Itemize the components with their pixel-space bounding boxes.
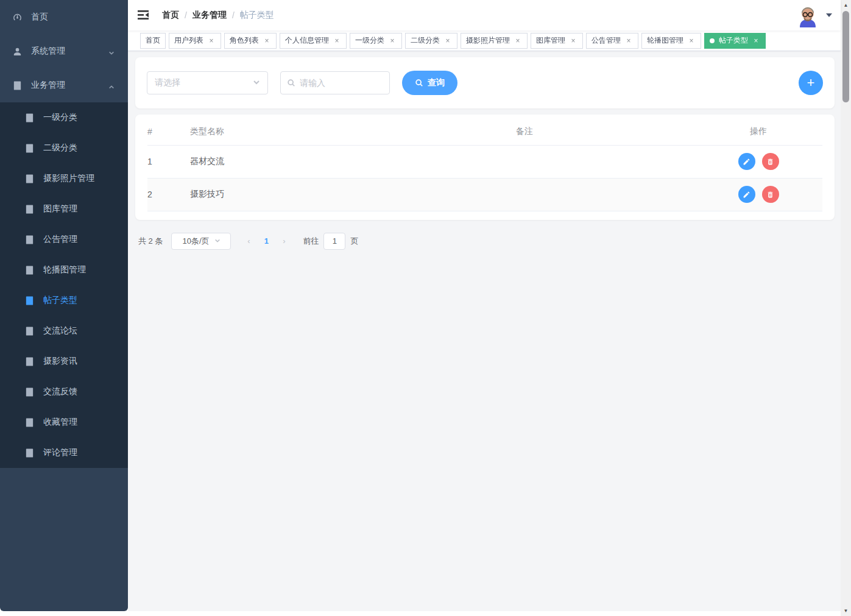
close-icon[interactable]	[207, 37, 216, 45]
sidebar-item-label: 首页	[31, 12, 48, 23]
tab-label: 一级分类	[355, 35, 384, 46]
close-icon[interactable]	[388, 37, 397, 45]
sidebar-item-level2-category[interactable]: 二级分类	[0, 133, 128, 163]
pencil-icon	[743, 158, 750, 166]
scroll-down-icon[interactable]: ▼	[841, 606, 851, 616]
sidebar-item-announcement-management[interactable]: 公告管理	[0, 224, 128, 255]
sidebar-item-carousel-management[interactable]: 轮播图管理	[0, 255, 128, 285]
sidebar-item-system-management[interactable]: 系统管理	[0, 34, 128, 68]
sidebar: 首页 系统管理 业务管理 一级分类 二级分类 摄影照片管理	[0, 0, 128, 611]
chevron-down-icon	[214, 236, 221, 246]
sidebar-item-post-type[interactable]: 帖子类型	[0, 285, 128, 316]
tab-item-1[interactable]: 用户列表	[169, 33, 221, 49]
edit-button[interactable]	[738, 153, 755, 170]
close-icon[interactable]	[752, 37, 760, 45]
form-icon	[24, 356, 35, 367]
dropdown-caret-icon[interactable]	[826, 13, 832, 17]
tab-item-6[interactable]: 摄影照片管理	[461, 33, 528, 49]
tab-label: 用户列表	[174, 35, 203, 46]
page-number-1[interactable]: 1	[258, 236, 275, 246]
form-icon	[24, 296, 35, 306]
page-size-value: 10条/页	[182, 236, 209, 247]
form-icon	[12, 80, 23, 91]
close-icon[interactable]	[624, 37, 633, 45]
select-placeholder: 请选择	[155, 77, 253, 88]
main-area: 首页 / 业务管理 / 帖子类型	[128, 0, 841, 611]
tab-item-10-active[interactable]: 帖子类型	[704, 33, 766, 49]
plus-icon: +	[807, 76, 815, 90]
next-page-button[interactable]: ›	[275, 236, 293, 246]
tab-label: 角色列表	[230, 35, 259, 46]
page-size-select[interactable]: 10条/页	[171, 233, 231, 250]
sidebar-item-label: 图库管理	[43, 204, 77, 214]
breadcrumb-current: 帖子类型	[240, 10, 274, 21]
breadcrumb-business[interactable]: 业务管理	[192, 10, 227, 21]
table-row: 1 器材交流	[147, 145, 822, 178]
filter-select[interactable]: 请选择	[147, 71, 268, 94]
delete-button[interactable]	[762, 153, 779, 170]
prev-page-button[interactable]: ‹	[239, 236, 258, 246]
sidebar-item-photography-news[interactable]: 摄影资讯	[0, 346, 128, 377]
close-icon[interactable]	[514, 37, 522, 45]
close-icon[interactable]	[333, 37, 341, 45]
tab-item-5[interactable]: 二级分类	[405, 33, 457, 49]
browser-scrollbar[interactable]: ▲ ▼	[841, 0, 851, 616]
sidebar-item-photo-management[interactable]: 摄影照片管理	[0, 163, 128, 194]
sidebar-item-label: 一级分类	[43, 112, 77, 123]
close-icon[interactable]	[263, 37, 271, 45]
tab-item-9[interactable]: 轮播图管理	[641, 33, 701, 49]
sidebar-collapse-icon[interactable]	[138, 10, 151, 21]
sidebar-item-level1-category[interactable]: 一级分类	[0, 102, 128, 133]
scroll-up-icon[interactable]: ▲	[841, 0, 851, 10]
sidebar-item-gallery-management[interactable]: 图库管理	[0, 194, 128, 224]
sidebar-submenu: 一级分类 二级分类 摄影照片管理 图库管理 公告管理 轮播图管理	[0, 102, 128, 468]
sidebar-item-comment-management[interactable]: 评论管理	[0, 437, 128, 468]
sidebar-item-favorites-management[interactable]: 收藏管理	[0, 407, 128, 437]
sidebar-item-label: 帖子类型	[43, 295, 77, 306]
top-navbar: 首页 / 业务管理 / 帖子类型	[128, 0, 841, 30]
sidebar-item-home[interactable]: 首页	[0, 0, 128, 34]
search-input[interactable]	[300, 78, 383, 88]
tab-item-8[interactable]: 公告管理	[586, 33, 638, 49]
breadcrumb-home[interactable]: 首页	[162, 10, 179, 21]
sidebar-item-business-management[interactable]: 业务管理	[0, 68, 128, 102]
avatar[interactable]	[796, 3, 820, 27]
tab-item-4[interactable]: 一级分类	[350, 33, 402, 49]
tab-item-2[interactable]: 角色列表	[224, 33, 277, 49]
close-icon[interactable]	[687, 37, 696, 45]
active-dot-icon	[710, 38, 715, 43]
edit-button[interactable]	[738, 186, 755, 203]
close-icon[interactable]	[443, 37, 452, 45]
delete-button[interactable]	[762, 186, 779, 203]
tab-item-0[interactable]: 首页	[140, 33, 166, 49]
trash-icon	[766, 191, 774, 199]
tab-label: 图库管理	[536, 35, 565, 46]
goto-page-input[interactable]	[323, 233, 345, 250]
pencil-icon	[743, 191, 750, 199]
navbar-right	[796, 3, 832, 27]
tab-item-3[interactable]: 个人信息管理	[280, 33, 347, 49]
close-icon[interactable]	[569, 37, 577, 45]
form-icon	[24, 174, 35, 184]
query-button[interactable]: 查询	[402, 71, 457, 95]
post-type-table: # 类型名称 备注 操作 1 器材交流	[147, 118, 822, 211]
cell-index: 1	[147, 145, 190, 178]
tab-label: 个人信息管理	[285, 35, 329, 46]
form-icon	[24, 235, 35, 245]
form-icon	[24, 326, 35, 336]
app-root: 首页 系统管理 业务管理 一级分类 二级分类 摄影照片管理	[0, 0, 841, 611]
tab-item-7[interactable]: 图库管理	[531, 33, 583, 49]
sidebar-item-feedback[interactable]: 交流反馈	[0, 377, 128, 407]
query-button-label: 查询	[428, 77, 445, 88]
row-actions	[694, 153, 822, 170]
trash-icon	[766, 158, 774, 166]
tab-label: 二级分类	[411, 35, 440, 46]
sidebar-item-label: 公告管理	[43, 234, 77, 245]
scrollbar-thumb[interactable]	[842, 11, 849, 102]
sidebar-item-forum[interactable]: 交流论坛	[0, 316, 128, 346]
breadcrumb: 首页 / 业务管理 / 帖子类型	[162, 10, 274, 21]
sidebar-item-label: 收藏管理	[43, 417, 77, 428]
add-button[interactable]: +	[799, 71, 823, 95]
row-actions	[694, 186, 822, 203]
data-table-card: # 类型名称 备注 操作 1 器材交流	[135, 115, 835, 220]
